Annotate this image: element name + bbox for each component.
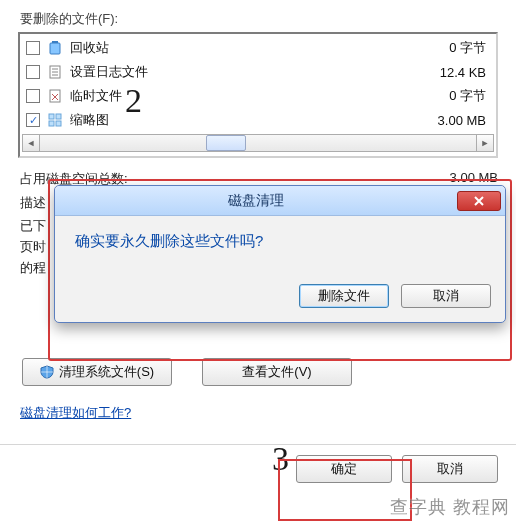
clean-system-files-button[interactable]: 清理系统文件(S) [22,358,172,386]
log-file-icon [46,63,64,81]
file-row[interactable]: 临时文件 0 字节 [20,84,496,108]
dialog-title: 磁盘清理 [55,192,457,210]
scroll-track[interactable] [40,134,476,152]
file-name: 临时文件 [70,87,416,105]
svg-rect-9 [49,121,54,126]
svg-rect-8 [56,114,61,119]
dialog-message: 确实要永久删除这些文件吗? [75,232,485,251]
file-row[interactable]: ✓ 缩略图 3.00 MB [20,108,496,132]
checkbox[interactable] [26,89,40,103]
ok-button[interactable]: 确定 [296,455,392,483]
file-size: 0 字节 [416,39,486,57]
file-name: 设置日志文件 [70,63,416,81]
shield-icon [40,365,54,379]
file-name: 回收站 [70,39,416,57]
checkbox[interactable] [26,41,40,55]
view-files-button[interactable]: 查看文件(V) [202,358,352,386]
button-label: 清理系统文件(S) [59,363,154,381]
file-row[interactable]: 回收站 0 字节 [20,36,496,60]
button-label: 查看文件(V) [242,363,311,381]
scroll-left-arrow[interactable]: ◄ [22,134,40,152]
file-row[interactable]: 设置日志文件 12.4 KB [20,60,496,84]
file-size: 3.00 MB [416,113,486,128]
scroll-thumb[interactable] [206,135,246,151]
dialog-cancel-button[interactable]: 取消 [401,284,491,308]
recycle-bin-icon [46,39,64,57]
thumbnail-icon [46,111,64,129]
help-link[interactable]: 磁盘清理如何工作? [20,404,131,422]
svg-rect-6 [50,90,60,102]
cancel-button[interactable]: 取消 [402,455,498,483]
confirmation-dialog: 磁盘清理 确实要永久删除这些文件吗? 删除文件 取消 [54,185,506,323]
file-size: 0 字节 [416,87,486,105]
watermark: 查字典 教程网 [390,495,510,519]
dialog-titlebar[interactable]: 磁盘清理 [55,186,505,216]
checkbox[interactable]: ✓ [26,113,40,127]
svg-rect-0 [50,43,60,54]
scroll-right-arrow[interactable]: ► [476,134,494,152]
horizontal-scrollbar[interactable]: ◄ ► [20,132,496,156]
close-icon [473,196,485,206]
files-header: 要删除的文件(F): [20,10,498,28]
checkbox[interactable] [26,65,40,79]
svg-rect-1 [52,41,58,43]
file-size: 12.4 KB [416,65,486,80]
svg-rect-10 [56,121,61,126]
close-button[interactable] [457,191,501,211]
files-list: 回收站 0 字节 设置日志文件 12.4 KB 临时文件 0 字节 ✓ [18,32,498,158]
temp-file-icon [46,87,64,105]
svg-rect-7 [49,114,54,119]
file-name: 缩略图 [70,111,416,129]
delete-files-button[interactable]: 删除文件 [299,284,389,308]
